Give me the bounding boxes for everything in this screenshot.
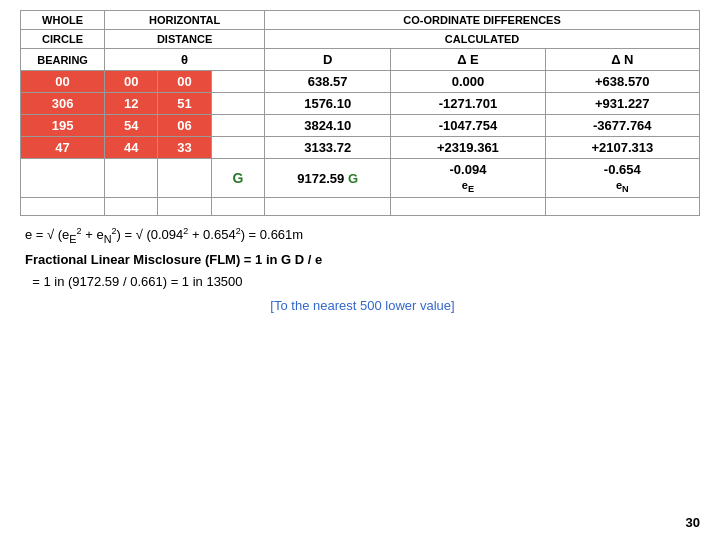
data-row-1: 00 00 00 638.57 0.000 +638.570 <box>21 71 700 93</box>
row4-deg: 44 <box>105 137 158 159</box>
co-ord-diff-label: CO-ORDINATE DIFFERENCES <box>265 11 700 30</box>
nearest-500-note: [To the nearest 500 lower value] <box>25 295 700 317</box>
page-number: 30 <box>686 515 700 530</box>
row4-sec <box>211 137 264 159</box>
totals-col3 <box>158 159 211 198</box>
row4-min: 33 <box>158 137 211 159</box>
row2-min: 51 <box>158 93 211 115</box>
delta-N-label: Δ N <box>545 49 699 71</box>
bearing-label: BEARING <box>21 49 105 71</box>
row2-whole: 306 <box>21 93 105 115</box>
theta-label: θ <box>105 49 265 71</box>
row4-de: +2319.361 <box>391 137 545 159</box>
row3-de: -1047.754 <box>391 115 545 137</box>
data-row-3: 195 54 06 3824.10 -1047.754 -3677.764 <box>21 115 700 137</box>
eN-label: eN <box>616 179 629 191</box>
empty-row-1 <box>21 198 700 216</box>
row3-min: 06 <box>158 115 211 137</box>
row1-de: 0.000 <box>391 71 545 93</box>
formula-line-2: Fractional Linear Misclosure (FLM) = 1 i… <box>25 249 700 271</box>
row4-dist: 3133.72 <box>265 137 391 159</box>
row3-dn: -3677.764 <box>545 115 699 137</box>
totals-G-label: G <box>211 159 264 198</box>
row4-dn: +2107.313 <box>545 137 699 159</box>
row2-sec <box>211 93 264 115</box>
distance-label: DISTANCE <box>105 30 265 49</box>
formula-line-1: e = √ (eE2 + eN2) = √ (0.0942 + 0.6542) … <box>25 224 700 248</box>
totals-dist-G: G <box>348 171 358 186</box>
header-row-2: CIRCLE DISTANCE CALCULATED <box>21 30 700 49</box>
totals-dist: 9172.59 G <box>265 159 391 198</box>
row3-dist: 3824.10 <box>265 115 391 137</box>
row2-de: -1271.701 <box>391 93 545 115</box>
row3-sec <box>211 115 264 137</box>
row1-sec <box>211 71 264 93</box>
data-row-2: 306 12 51 1576.10 -1271.701 +931.227 <box>21 93 700 115</box>
row1-deg: 00 <box>105 71 158 93</box>
row2-dn: +931.227 <box>545 93 699 115</box>
totals-col1 <box>21 159 105 198</box>
totals-col2 <box>105 159 158 198</box>
header-row-3: BEARING θ D Δ E Δ N <box>21 49 700 71</box>
totals-dn: -0.654eN <box>545 159 699 198</box>
row1-whole: 00 <box>21 71 105 93</box>
formula-section: e = √ (eE2 + eN2) = √ (0.0942 + 0.6542) … <box>20 224 700 317</box>
horizontal-label: HORIZONTAL <box>105 11 265 30</box>
row2-dist: 1576.10 <box>265 93 391 115</box>
whole-label: WHOLE <box>21 11 105 30</box>
eE-label: eE <box>462 179 474 191</box>
circle-label: CIRCLE <box>21 30 105 49</box>
row1-min: 00 <box>158 71 211 93</box>
row1-dn: +638.570 <box>545 71 699 93</box>
row2-deg: 12 <box>105 93 158 115</box>
row4-whole: 47 <box>21 137 105 159</box>
row3-deg: 54 <box>105 115 158 137</box>
calculated-label: CALCULATED <box>265 30 700 49</box>
delta-E-label: Δ E <box>391 49 545 71</box>
totals-de: -0.094eE <box>391 159 545 198</box>
header-row-1: WHOLE HORIZONTAL CO-ORDINATE DIFFERENCES <box>21 11 700 30</box>
row3-whole: 195 <box>21 115 105 137</box>
formula-line-3: = 1 in (9172.59 / 0.661) = 1 in 13500 <box>25 271 700 293</box>
data-row-4: 47 44 33 3133.72 +2319.361 +2107.313 <box>21 137 700 159</box>
totals-row: G 9172.59 G -0.094eE -0.654eN <box>21 159 700 198</box>
row1-dist: 638.57 <box>265 71 391 93</box>
D-label: D <box>265 49 391 71</box>
